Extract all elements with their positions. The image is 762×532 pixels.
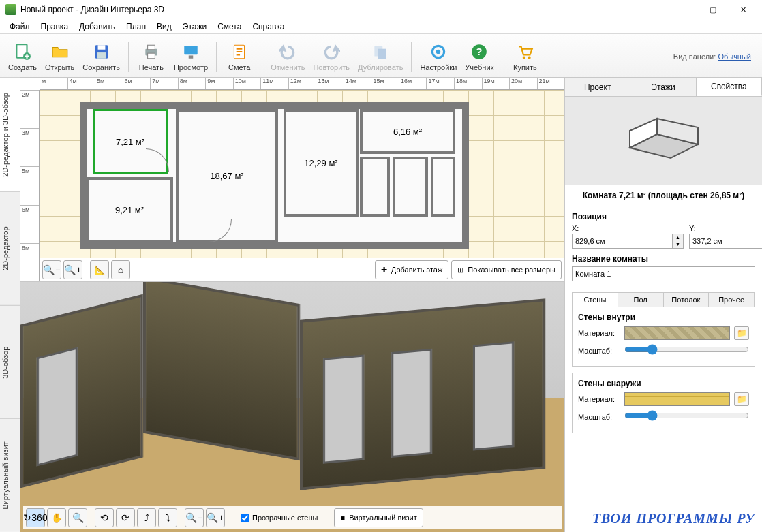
help-button[interactable]: ? Учебник: [461, 37, 498, 76]
pan-button[interactable]: ✋: [47, 508, 66, 527]
vtab-3d[interactable]: 3D-обзор: [0, 305, 20, 419]
walls-outside-heading: Стены снаружи: [578, 379, 749, 388]
add-floor-button[interactable]: ✚ Добавить этаж: [375, 260, 448, 279]
settings-button[interactable]: Настройки: [416, 37, 461, 76]
room-1[interactable]: 7,21 м²: [93, 109, 168, 174]
menu-floors[interactable]: Этажи: [177, 20, 212, 33]
panel-mode-link[interactable]: Обычный: [718, 52, 751, 61]
v-zoom-out[interactable]: 🔍−: [185, 508, 204, 527]
monitor-icon: [181, 42, 200, 61]
folder-icon: [50, 42, 70, 61]
transparent-walls-checkbox[interactable]: Прозрачные стены: [241, 514, 318, 522]
zoom-button[interactable]: 🔍: [68, 508, 87, 527]
position-heading: Позиция: [572, 212, 755, 221]
plus-icon: ✚: [381, 266, 387, 275]
outside-material-browse[interactable]: 📁: [734, 392, 749, 406]
room-4[interactable]: 12,29 м²: [284, 109, 359, 217]
room-small-1[interactable]: [360, 157, 390, 217]
outside-material-swatch[interactable]: [624, 392, 730, 406]
room-5[interactable]: 9,21 м²: [86, 177, 173, 242]
room-small-2[interactable]: [393, 157, 428, 217]
tab-properties[interactable]: Свойства: [697, 78, 762, 96]
camera-icon: ■: [340, 514, 345, 522]
door-icon: [209, 219, 232, 242]
menu-file[interactable]: Файл: [4, 20, 35, 33]
room-name-input[interactable]: [572, 266, 755, 281]
x-input[interactable]: ▲▼: [572, 234, 684, 249]
ruler-horizontal: м4м5м6м7м8м9м10м11м12м13м14м15м16м17м18м…: [40, 78, 564, 90]
budget-button[interactable]: Смета: [221, 37, 258, 76]
svg-point-17: [523, 57, 525, 59]
measure-button[interactable]: 📐: [90, 260, 109, 279]
3d-view[interactable]: ↻360 ✋ 🔍 ⟲ ⟳ ⤴ ⤵ 🔍− 🔍+ Прозрачные стены …: [20, 282, 564, 532]
walls-inside-heading: Стены внутри: [578, 313, 749, 322]
menu-help[interactable]: Справка: [247, 20, 290, 33]
subtab-walls[interactable]: Стены: [573, 293, 618, 307]
room-title: Комната 7,21 м² (площадь стен 26,85 м²): [565, 185, 762, 206]
watermark: ТВОИ ПРОГРАММЫ РУ: [592, 511, 755, 527]
maximize-button[interactable]: ▢: [698, 0, 728, 19]
outside-scale-slider[interactable]: [624, 410, 749, 421]
svg-rect-3: [97, 45, 105, 50]
tab-floors[interactable]: Этажи: [630, 78, 696, 96]
cart-icon: [515, 42, 534, 61]
room-3[interactable]: 18,67 м²: [176, 109, 278, 242]
room-small-3[interactable]: [431, 157, 455, 217]
zoom-in-button[interactable]: 🔍+: [63, 260, 82, 279]
save-button[interactable]: Сохранить: [78, 37, 124, 76]
rot-ccw-button[interactable]: ⟲: [95, 508, 114, 527]
virtual-visit-button[interactable]: ■ Виртуальный визит: [334, 508, 423, 527]
svg-rect-8: [184, 46, 198, 54]
duplicate-button[interactable]: Дублировать: [354, 37, 407, 76]
subtab-floor[interactable]: Пол: [618, 293, 664, 307]
gear-icon: [429, 42, 448, 61]
inside-material-browse[interactable]: 📁: [734, 326, 749, 340]
dims-icon: ⊞: [457, 266, 463, 275]
inside-material-swatch[interactable]: [624, 326, 730, 340]
svg-point-18: [528, 57, 531, 59]
v-zoom-in[interactable]: 🔍+: [206, 508, 225, 527]
panel-mode: Вид панели: Обычный: [673, 52, 758, 61]
subtab-ceiling[interactable]: Потолок: [664, 293, 710, 307]
open-button[interactable]: Открыть: [41, 37, 78, 76]
subtab-other[interactable]: Прочее: [709, 293, 755, 307]
inside-scale-slider[interactable]: [624, 344, 749, 355]
svg-rect-7: [147, 53, 155, 59]
preview-button[interactable]: Просмотр: [170, 37, 212, 76]
app-icon: [5, 4, 16, 15]
menu-add[interactable]: Добавить: [74, 20, 121, 33]
undo-button[interactable]: Отменить: [266, 37, 309, 76]
minimize-button[interactable]: ─: [668, 0, 698, 19]
menu-budget[interactable]: Смета: [212, 20, 247, 33]
home-button[interactable]: ⌂: [111, 260, 130, 279]
rot-cw-button[interactable]: ⟳: [116, 508, 135, 527]
plan-view[interactable]: м4м5м6м7м8м9м10м11м12м13м14м15м16м17м18м…: [20, 78, 564, 282]
svg-text:?: ?: [476, 46, 483, 57]
menu-view[interactable]: Вид: [151, 20, 177, 33]
orbit-button[interactable]: ↻360: [26, 508, 45, 527]
redo-button[interactable]: Повторить: [309, 37, 354, 76]
buy-button[interactable]: Купить: [506, 37, 543, 76]
vtab-2d3d[interactable]: 2D-редактор и 3D-обзор: [0, 78, 20, 191]
show-dims-button[interactable]: ⊞ Показывать все размеры: [451, 260, 562, 279]
y-input[interactable]: ▲▼: [689, 234, 762, 249]
tilt-down-button[interactable]: ⤵: [158, 508, 177, 527]
menu-edit[interactable]: Правка: [35, 20, 74, 33]
vtab-virtual[interactable]: Виртуальный визит: [0, 418, 20, 532]
svg-rect-6: [147, 45, 155, 50]
print-button[interactable]: Печать: [133, 37, 170, 76]
create-button[interactable]: Создать: [4, 37, 41, 76]
vtab-2d[interactable]: 2D-редактор: [0, 191, 20, 305]
tilt-up-button[interactable]: ⤴: [137, 508, 156, 527]
room-2[interactable]: 6,16 м²: [360, 109, 455, 154]
menu-plan[interactable]: План: [121, 20, 151, 33]
window-title: Новый проект - Дизайн Интерьера 3D: [20, 5, 668, 14]
duplicate-icon: [371, 42, 390, 61]
undo-icon: [278, 42, 297, 61]
close-button[interactable]: ✕: [728, 0, 758, 19]
tab-project[interactable]: Проект: [565, 78, 630, 96]
room-name-heading: Название комнаты: [572, 254, 755, 264]
zoom-out-button[interactable]: 🔍−: [42, 260, 61, 279]
room-preview: [565, 97, 762, 185]
door-icon: [146, 148, 169, 172]
